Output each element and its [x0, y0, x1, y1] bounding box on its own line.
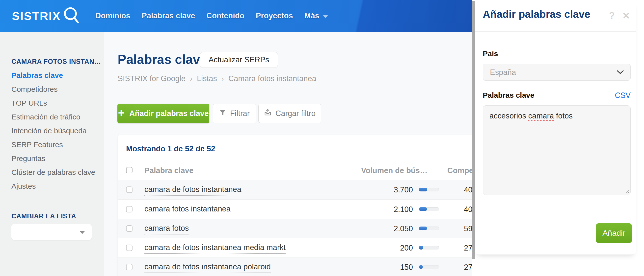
- sistrix-logo[interactable]: SISTRIX: [12, 5, 82, 26]
- nav-item-dominios[interactable]: Dominios: [95, 11, 130, 20]
- keyword-link[interactable]: camara de fotos instantanea media markt: [144, 243, 286, 254]
- volume-bar: [419, 227, 439, 230]
- help-icon[interactable]: ?: [609, 10, 615, 21]
- sidebar-item-estimacion-trafico[interactable]: Estimación de tráfico: [12, 110, 95, 124]
- nav-item-mas[interactable]: Más: [304, 11, 328, 20]
- top-navigation-bar: SISTRIX Dominios Palabras clave Contenid…: [0, 0, 472, 32]
- upload-tray-icon: [264, 109, 272, 118]
- sidebar-project-name: CAMARA FOTOS INSTAN…: [12, 58, 101, 66]
- row-checkbox[interactable]: [126, 186, 132, 193]
- volume-value: 2.050: [363, 224, 413, 233]
- competition-value: 59: [464, 224, 472, 233]
- volume-bar: [419, 265, 439, 269]
- keyword-link[interactable]: camara fotos: [144, 224, 189, 235]
- magnifier-icon: [63, 6, 82, 26]
- country-label: País: [483, 49, 498, 58]
- sidebar-item-competidores[interactable]: Competidores: [12, 82, 95, 96]
- breadcrumb-current-page: Camara fotos instantanea: [228, 74, 316, 83]
- table-row: camara de fotos instantanea media markt …: [118, 238, 472, 257]
- nav-item-contenido[interactable]: Contenido: [206, 11, 244, 20]
- competition-value: 27: [464, 263, 472, 272]
- competition-value: 27: [464, 244, 472, 253]
- sidebar-item-intencion-busqueda[interactable]: Intención de búsqueda: [12, 124, 95, 138]
- plus-icon: +: [118, 108, 124, 119]
- sidebar-item-top-urls[interactable]: TOP URLs: [12, 96, 95, 110]
- breadcrumb: SISTRIX for Google › Listas › Camara fot…: [118, 74, 316, 83]
- panel-resize-handle[interactable]: [472, 1, 475, 259]
- keyword-link[interactable]: camara fotos instantanea: [144, 205, 230, 215]
- nav-item-palabras-clave[interactable]: Palabras clave: [142, 11, 195, 20]
- sidebar: CAMARA FOTOS INSTAN… Palabras clave Comp…: [0, 32, 104, 276]
- sidebar-item-serp-features[interactable]: SERP Features: [12, 138, 95, 152]
- country-value: España: [490, 68, 516, 77]
- textarea-resize-handle[interactable]: [626, 190, 629, 193]
- sidebar-item-palabras-clave[interactable]: Palabras clave: [12, 69, 95, 82]
- column-header-keyword[interactable]: Palabra clave: [144, 166, 194, 175]
- right-panel-zone: Añadir palabras clave ? ✕ País España Pa…: [472, 0, 644, 276]
- header-divider: [118, 91, 472, 91]
- volume-value: 3.700: [363, 185, 413, 194]
- chevron-down-icon: [616, 70, 624, 75]
- breadcrumb-separator: ›: [222, 74, 224, 83]
- breadcrumb-sistrix-for-google[interactable]: SISTRIX for Google: [118, 74, 186, 83]
- row-checkbox[interactable]: [126, 206, 132, 212]
- volume-value: 2.100: [363, 205, 413, 214]
- column-header-volume[interactable]: Volumen de bús…: [361, 166, 428, 175]
- panel-title: Añadir palabras clave: [483, 8, 590, 20]
- nav-menu: Dominios Palabras clave Contenido Proyec…: [95, 11, 328, 20]
- page-title: Palabras clave: [118, 52, 207, 67]
- panel-header-divider: [475, 31, 636, 32]
- breadcrumb-separator: ›: [190, 74, 192, 83]
- keywords-label: Palabras clave: [483, 91, 534, 99]
- sidebar-item-preguntas[interactable]: Preguntas: [12, 152, 95, 165]
- table-summary: Mostrando 1 de 52 de 52: [126, 144, 215, 153]
- change-list-dropdown[interactable]: [12, 224, 92, 240]
- keyword-link[interactable]: camara de fotos instantanea: [144, 185, 241, 196]
- volume-bar: [419, 246, 439, 250]
- table-row: camara fotos 2.050 59: [118, 219, 472, 238]
- row-checkbox[interactable]: [126, 264, 132, 270]
- volume-bar: [419, 188, 439, 191]
- add-keywords-button[interactable]: + Añadir palabras clave: [118, 104, 209, 123]
- table-header-row: Palabra clave Volumen de bús… Compet: [118, 160, 472, 180]
- table-row: camara de fotos instantanea 3.700 40: [118, 180, 472, 199]
- table-body: camara de fotos instantanea 3.700 40 cam…: [118, 180, 472, 276]
- filter-button[interactable]: Filtrar: [213, 104, 256, 123]
- keyword-link[interactable]: camara de fotos instantanea polaroid: [144, 262, 271, 273]
- competition-value: 40: [464, 185, 472, 194]
- sidebar-menu: Palabras clave Competidores TOP URLs Est…: [12, 69, 95, 193]
- update-serps-button[interactable]: Actualizar SERPs: [200, 52, 278, 68]
- panel-add-button[interactable]: Añadir: [596, 223, 632, 243]
- competition-value: 40: [464, 205, 472, 214]
- textarea-text: fotos: [554, 112, 573, 120]
- table-row: camara de fotos instantanea polaroid 150…: [118, 257, 472, 276]
- breadcrumb-listas[interactable]: Listas: [197, 74, 217, 83]
- sidebar-item-cluster[interactable]: Clúster de palabras clave: [12, 165, 95, 179]
- app-window: SISTRIX Dominios Palabras clave Contenid…: [0, 0, 644, 276]
- table-row: camara fotos instantanea 2.100 40: [118, 199, 472, 219]
- caret-down-icon: [79, 231, 85, 234]
- country-dropdown[interactable]: España: [483, 64, 630, 81]
- sidebar-item-ajustes[interactable]: Ajustes: [12, 179, 95, 193]
- row-checkbox[interactable]: [126, 225, 132, 232]
- volume-value: 200: [363, 244, 413, 253]
- select-all-checkbox[interactable]: [126, 167, 132, 173]
- nav-item-proyectos[interactable]: Proyectos: [256, 11, 293, 20]
- logo-text: SISTRIX: [12, 9, 61, 23]
- csv-link[interactable]: CSV: [615, 91, 630, 100]
- change-list-label: CAMBIAR LA LISTA: [12, 212, 76, 220]
- close-icon[interactable]: ✕: [622, 10, 630, 21]
- chevron-down-icon: [323, 15, 328, 18]
- textarea-text: accesorios: [490, 112, 528, 120]
- column-header-competition[interactable]: Compet: [447, 166, 472, 175]
- funnel-icon: [219, 109, 226, 118]
- volume-value: 150: [363, 263, 413, 272]
- main-content: Palabras clave Actualizar SERPs SISTRIX …: [104, 32, 472, 276]
- keywords-table-card: Mostrando 1 de 52 de 52 Palabra clave Vo…: [118, 135, 472, 276]
- keywords-textarea[interactable]: accesorios camara fotos: [483, 105, 630, 195]
- load-filter-button[interactable]: Cargar filtro: [258, 104, 321, 123]
- volume-bar: [419, 207, 439, 211]
- row-checkbox[interactable]: [126, 245, 132, 251]
- add-keywords-panel: Añadir palabras clave ? ✕ País España Pa…: [475, 0, 636, 255]
- misspelled-word: camara: [528, 112, 554, 121]
